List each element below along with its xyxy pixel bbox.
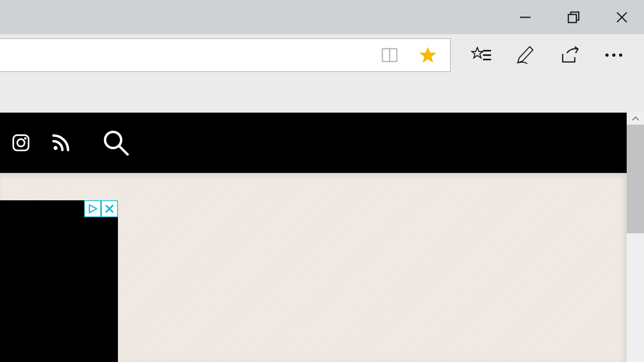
ad-close-icon [104, 203, 115, 214]
close-button[interactable] [612, 7, 632, 27]
svg-line-20 [119, 146, 128, 154]
scroll-up-button[interactable] [627, 113, 644, 125]
svg-marker-7 [419, 47, 436, 63]
svg-rect-2 [568, 14, 576, 23]
search-icon [102, 129, 130, 157]
minimize-icon [518, 10, 532, 24]
favorites-hub-icon [471, 45, 491, 65]
page-viewport [0, 113, 644, 362]
share-button[interactable] [559, 45, 580, 65]
rss-link[interactable] [52, 134, 70, 152]
web-note-icon [515, 45, 535, 65]
instagram-link[interactable] [12, 134, 30, 152]
svg-point-16 [17, 139, 25, 146]
address-bar[interactable] [0, 38, 451, 72]
ad-close-button[interactable] [101, 200, 118, 217]
svg-marker-21 [89, 205, 97, 213]
site-nav-bar [0, 113, 627, 173]
svg-point-13 [612, 53, 615, 57]
ad-controls [84, 200, 118, 217]
minimize-button[interactable] [515, 7, 535, 27]
toolbar-actions [471, 38, 624, 72]
svg-point-18 [54, 146, 58, 150]
ad-info-button[interactable] [84, 200, 101, 217]
reading-view-button[interactable] [380, 45, 400, 65]
web-note-button[interactable] [515, 45, 535, 65]
reading-view-icon [381, 46, 398, 64]
svg-point-14 [619, 53, 622, 57]
maximize-button[interactable] [564, 7, 584, 27]
rss-icon [52, 134, 70, 152]
share-icon [559, 45, 580, 65]
svg-marker-8 [472, 47, 483, 58]
instagram-icon [12, 134, 30, 152]
browser-toolbar [0, 34, 644, 113]
window-titlebar [0, 0, 644, 34]
svg-point-12 [605, 53, 609, 57]
ad-unit[interactable] [0, 200, 118, 362]
more-button[interactable] [604, 45, 624, 65]
ad-info-icon [87, 203, 98, 214]
favorites-hub-button[interactable] [471, 45, 491, 65]
close-icon [615, 10, 629, 24]
star-icon [419, 46, 437, 64]
vertical-scrollbar[interactable] [627, 113, 644, 362]
scroll-thumb[interactable] [627, 125, 644, 233]
svg-point-17 [24, 137, 27, 140]
more-icon [604, 52, 624, 58]
chevron-up-icon [632, 116, 640, 121]
svg-rect-15 [13, 135, 29, 150]
page-content [0, 173, 627, 362]
maximize-icon [567, 10, 580, 24]
favorite-button[interactable] [418, 45, 438, 65]
site-search-button[interactable] [102, 129, 130, 157]
